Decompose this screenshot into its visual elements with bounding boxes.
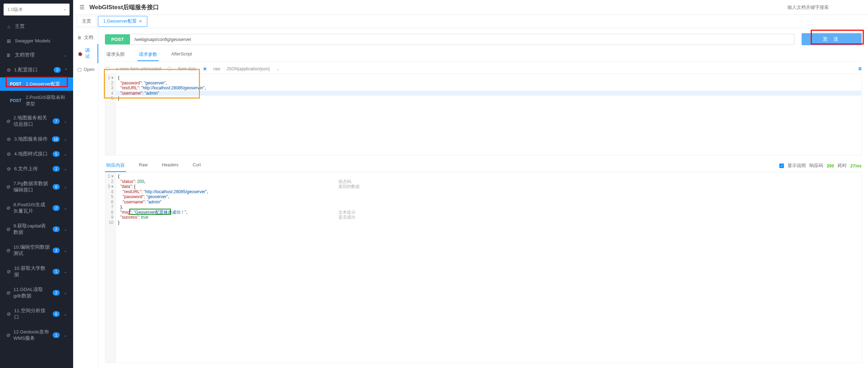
nav-section-3[interactable]: ⊘3.地图服务操作16⌄ <box>0 132 73 147</box>
chevron-down-icon[interactable]: ⌄ <box>276 67 279 71</box>
time-value: 27ms <box>850 164 862 168</box>
link-icon: ⊘ <box>6 311 11 316</box>
badge-count: 7 <box>53 118 60 124</box>
nav-sub-label: 2.PostGIS获取表和类型 <box>26 94 67 107</box>
nav-section-11b[interactable]: ⊘11.空间分析接口6⌄ <box>0 303 73 325</box>
response-body[interactable]: 1 ▾23 ▾45678910 { "status": 200, "data":… <box>105 172 862 363</box>
badge-count: 1 <box>53 166 60 172</box>
nav-section-label: 8.PostGIS生成矢量瓦片 <box>13 202 50 214</box>
doc-icon: 🗎 <box>77 35 82 40</box>
badge-count: 1 <box>53 269 60 274</box>
code-body[interactable]: { "password": "geoserver", "restURL": "h… <box>116 74 861 155</box>
gutter: 1 ▾2345 <box>105 74 116 155</box>
resp-tab-curl[interactable]: Curl <box>191 160 202 172</box>
nav-section-10b[interactable]: ⊘10.获取大学数据1⌄ <box>0 261 73 282</box>
close-icon[interactable]: ✕ <box>139 19 142 24</box>
show-desc-label: 显示说明 <box>787 163 806 169</box>
nav-section-4[interactable]: ⊘4.地图样式接口5⌄ <box>0 147 73 161</box>
link-icon: ⊘ <box>6 67 11 72</box>
badge-count: 6 <box>53 184 60 190</box>
version-select[interactable]: 1.0版本 ▾ <box>4 4 70 16</box>
nav-section-label: 4.地图样式接口 <box>14 151 48 157</box>
link-icon: ⊘ <box>6 269 11 274</box>
chevron-down-icon: ⌄ <box>64 249 67 253</box>
nav-section-7[interactable]: ⊘7.Pg数据库数据编辑接口6⌄ <box>0 176 73 197</box>
request-body-editor[interactable]: 1 ▾2345 { "password": "geoserver", "rest… <box>105 73 862 155</box>
swagger-icon: ⊞ <box>6 38 11 43</box>
link-icon: ⊘ <box>6 206 11 210</box>
method-badge: POST <box>105 34 130 44</box>
chevron-down-icon: ⌄ <box>64 206 67 210</box>
mini-doc[interactable]: 🗎文档 <box>73 31 98 44</box>
resp-tab-raw[interactable]: Raw <box>137 160 149 172</box>
chevron-down-icon: ⌄ <box>64 152 67 156</box>
send-button[interactable]: 发 送 <box>802 33 862 45</box>
doc-icon: 🗎 <box>6 53 11 58</box>
resp-tab-body[interactable]: 响应内容 <box>105 160 126 172</box>
nav-swagger[interactable]: ⊞ Swagger Models <box>0 34 73 48</box>
tab-home[interactable]: 主页 <box>77 16 96 27</box>
version-text: 1.0版本 <box>7 6 23 13</box>
resp-code-body[interactable]: { "status": 200, "data": { "restURL": "h… <box>116 172 861 363</box>
bt-json-label: JSON(application/json) <box>226 66 270 71</box>
nav-sub-geoserver[interactable]: POST 1.Geoserver配置 <box>0 77 73 91</box>
search-input[interactable] <box>784 3 862 12</box>
open-icon: ▢ <box>77 67 82 72</box>
badge-count: 3 <box>53 248 60 253</box>
radio-urlencoded[interactable] <box>106 67 110 71</box>
req-tab-params[interactable]: 请求参数 <box>137 49 159 61</box>
nav-section-9[interactable]: ⊘9.获取capital表数据2⌄ <box>0 219 73 240</box>
nav-section-label: 11.空间分析接口 <box>14 308 50 320</box>
mini-open[interactable]: ▢Open <box>73 63 98 76</box>
link-icon: ⊘ <box>6 290 11 295</box>
req-tab-after[interactable]: AfterScript <box>170 49 193 61</box>
nav-section-11a[interactable]: ⊘11.GDAL读取gdb数据2⌄ <box>0 282 73 303</box>
chevron-down-icon: ⌄ <box>64 312 67 316</box>
chevron-down-icon: ⌄ <box>64 119 67 123</box>
nav-home[interactable]: ⌂ 主页 <box>0 19 73 34</box>
checkbox-icon[interactable]: ✓ <box>779 164 784 168</box>
nav-section-2[interactable]: ⊘2.地图服务相关信息接口7⌄ <box>0 111 73 132</box>
time-label: 耗时 <box>838 163 847 169</box>
radio-raw[interactable] <box>203 67 207 71</box>
mini-label: 调试 <box>85 48 93 60</box>
tab-geoserver[interactable]: 1.Geoserver配置 ✕ <box>98 16 147 27</box>
mini-label: Open <box>84 67 95 72</box>
nav-section-8[interactable]: ⊘8.PostGIS生成矢量瓦片2⌄ <box>0 197 73 219</box>
response-tabs: 响应内容 Raw Headers Curl ✓ 显示说明 响应码 200 耗时 … <box>105 160 862 172</box>
nav-docmgmt[interactable]: 🗎 文档管理 ⌄ <box>0 48 73 63</box>
nav-section-12[interactable]: ⊘12.Geotools发布WMS服务1⌄ <box>0 325 73 346</box>
req-tab-headers[interactable]: 请求头部 <box>105 49 126 61</box>
nav-section-10a[interactable]: ⊘10.编辑空间数据测试3⌄ <box>0 240 73 261</box>
link-icon: ⊘ <box>6 119 11 124</box>
chevron-down-icon: ⌄ <box>64 137 67 141</box>
radio-formdata[interactable] <box>167 67 172 71</box>
tabs-bar: 主页 1.Geoserver配置 ✕ <box>73 15 868 28</box>
beautify-icon[interactable]: B <box>858 66 862 71</box>
badge-count: 6 <box>53 311 60 317</box>
app-title: WebGIStest后端服务接口 <box>89 3 159 11</box>
url-input[interactable] <box>130 34 795 45</box>
nav-section-6[interactable]: ⊘6.文件上传1⌄ <box>0 161 73 176</box>
status-label: 响应码 <box>809 163 823 169</box>
badge-count: 2 <box>54 67 61 73</box>
bt-label: raw <box>213 66 220 71</box>
collapse-icon[interactable]: ☰ <box>79 4 84 11</box>
nav-sub-postgis[interactable]: POST 2.PostGIS获取表和类型 <box>0 91 73 111</box>
nav-section-label: 11.GDAL读取gdb数据 <box>13 286 50 299</box>
link-icon: ⊘ <box>6 248 11 253</box>
badge-count: 5 <box>53 151 60 157</box>
nav-section-label: 6.文件上传 <box>14 166 38 172</box>
sidebar: 1.0版本 ▾ ⌂ 主页 ⊞ Swagger Models 🗎 文档管理 ⌄ ⊘… <box>0 0 73 368</box>
link-icon: ⊘ <box>6 152 11 156</box>
nav-section-label: 10.获取大学数据 <box>14 265 50 278</box>
chevron-down-icon: ⌄ <box>64 167 67 171</box>
method-tag: POST <box>10 98 22 103</box>
chevron-down-icon: ⌄ <box>64 185 67 189</box>
nav-section-1[interactable]: ⊘ 1.配置接口 2 ^ <box>0 63 73 77</box>
resp-tab-headers[interactable]: Headers <box>160 160 180 172</box>
home-icon: ⌂ <box>6 24 11 29</box>
mini-debug[interactable]: 🐞调试 <box>73 44 98 63</box>
gutter: 1 ▾23 ▾45678910 <box>105 172 116 363</box>
response-section: 响应内容 Raw Headers Curl ✓ 显示说明 响应码 200 耗时 … <box>105 160 862 363</box>
